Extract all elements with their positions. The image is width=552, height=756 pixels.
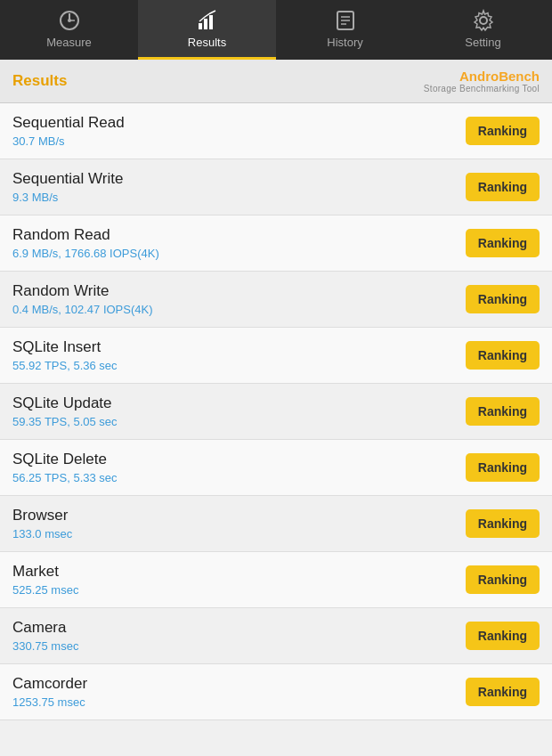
svg-rect-5 [204, 19, 207, 29]
brand-logo: AndroBench Storage Benchmarking Tool [424, 69, 540, 93]
ranking-button[interactable]: Ranking [466, 509, 540, 538]
section-header: Results AndroBench Storage Benchmarking … [0, 60, 552, 103]
svg-point-3 [68, 19, 71, 22]
result-row: Random Write0.4 MB/s, 102.47 IOPS(4K)Ran… [0, 272, 552, 328]
brand-name-prefix: Andro [459, 69, 499, 84]
result-info: Random Read6.9 MB/s, 1766.68 IOPS(4K) [12, 226, 159, 260]
result-value: 133.0 msec [12, 527, 72, 541]
nav-label-measure: Measure [46, 36, 92, 49]
result-info: Random Write0.4 MB/s, 102.47 IOPS(4K) [12, 282, 153, 316]
result-value: 525.25 msec [12, 583, 78, 597]
result-row: Browser133.0 msecRanking [0, 496, 552, 552]
result-info: Camcorder1253.75 msec [12, 675, 87, 709]
nav-item-results[interactable]: Results [138, 0, 276, 60]
svg-point-11 [480, 17, 487, 24]
nav-label-history: History [327, 36, 362, 49]
nav-label-results: Results [188, 36, 226, 49]
ranking-button[interactable]: Ranking [466, 622, 540, 650]
result-name: Sequential Read [12, 114, 125, 132]
history-icon [334, 9, 357, 32]
result-row: SQLite Insert55.92 TPS, 5.36 secRanking [0, 328, 552, 384]
nav-label-setting: Setting [465, 36, 500, 49]
result-value: 30.7 MB/s [12, 134, 125, 148]
ranking-button[interactable]: Ranking [466, 117, 540, 145]
result-name: Sequential Write [12, 170, 123, 188]
result-name: Browser [12, 507, 72, 524]
result-value: 1253.75 msec [12, 695, 87, 709]
result-info: SQLite Update59.35 TPS, 5.05 sec [12, 394, 118, 428]
nav-item-measure[interactable]: Measure [0, 0, 138, 60]
nav-bar: Measure Results History Setting [0, 0, 552, 60]
result-info: Market525.25 msec [12, 563, 78, 597]
results-list: Sequential Read30.7 MB/sRankingSequentia… [0, 103, 552, 720]
result-info: Camera330.75 msec [12, 619, 78, 653]
setting-icon [472, 9, 495, 32]
result-name: SQLite Delete [12, 451, 118, 468]
result-row: SQLite Delete56.25 TPS, 5.33 secRanking [0, 440, 552, 496]
ranking-button[interactable]: Ranking [466, 173, 540, 201]
result-info: SQLite Insert55.92 TPS, 5.36 sec [12, 338, 118, 372]
brand-name: AndroBench [459, 69, 540, 84]
ranking-button[interactable]: Ranking [466, 678, 540, 706]
result-row: Random Read6.9 MB/s, 1766.68 IOPS(4K)Ran… [0, 215, 552, 272]
result-info: Sequential Read30.7 MB/s [12, 114, 125, 148]
result-value: 330.75 msec [12, 639, 78, 653]
result-row: Sequential Write9.3 MB/sRanking [0, 159, 552, 215]
result-name: Random Write [12, 282, 153, 300]
section-title: Results [12, 72, 67, 90]
measure-icon [58, 9, 81, 32]
results-icon [196, 9, 219, 32]
result-name: SQLite Update [12, 394, 118, 412]
result-info: Sequential Write9.3 MB/s [12, 170, 123, 204]
brand-name-suffix: Bench [499, 69, 540, 84]
nav-item-setting[interactable]: Setting [414, 0, 552, 60]
result-row: SQLite Update59.35 TPS, 5.05 secRanking [0, 384, 552, 440]
result-row: Camera330.75 msecRanking [0, 608, 552, 664]
ranking-button[interactable]: Ranking [466, 453, 540, 482]
result-name: Camera [12, 619, 78, 637]
result-value: 0.4 MB/s, 102.47 IOPS(4K) [12, 303, 153, 316]
result-info: Browser133.0 msec [12, 507, 72, 541]
ranking-button[interactable]: Ranking [466, 341, 540, 370]
ranking-button[interactable]: Ranking [466, 565, 540, 594]
result-value: 6.9 MB/s, 1766.68 IOPS(4K) [12, 247, 159, 260]
result-name: Random Read [12, 226, 159, 244]
result-info: SQLite Delete56.25 TPS, 5.33 sec [12, 451, 118, 484]
result-row: Market525.25 msecRanking [0, 552, 552, 608]
result-row: Camcorder1253.75 msecRanking [0, 664, 552, 720]
result-name: Camcorder [12, 675, 87, 693]
result-name: Market [12, 563, 78, 581]
ranking-button[interactable]: Ranking [466, 229, 540, 257]
ranking-button[interactable]: Ranking [466, 285, 540, 313]
result-value: 59.35 TPS, 5.05 sec [12, 415, 118, 428]
result-name: SQLite Insert [12, 338, 118, 356]
result-value: 9.3 MB/s [12, 191, 123, 204]
result-row: Sequential Read30.7 MB/sRanking [0, 103, 552, 159]
brand-sub: Storage Benchmarking Tool [424, 84, 540, 93]
result-value: 55.92 TPS, 5.36 sec [12, 359, 118, 372]
svg-rect-4 [199, 23, 202, 29]
ranking-button[interactable]: Ranking [466, 397, 540, 426]
result-value: 56.25 TPS, 5.33 sec [12, 471, 118, 484]
svg-rect-6 [209, 15, 213, 29]
nav-item-history[interactable]: History [276, 0, 414, 60]
